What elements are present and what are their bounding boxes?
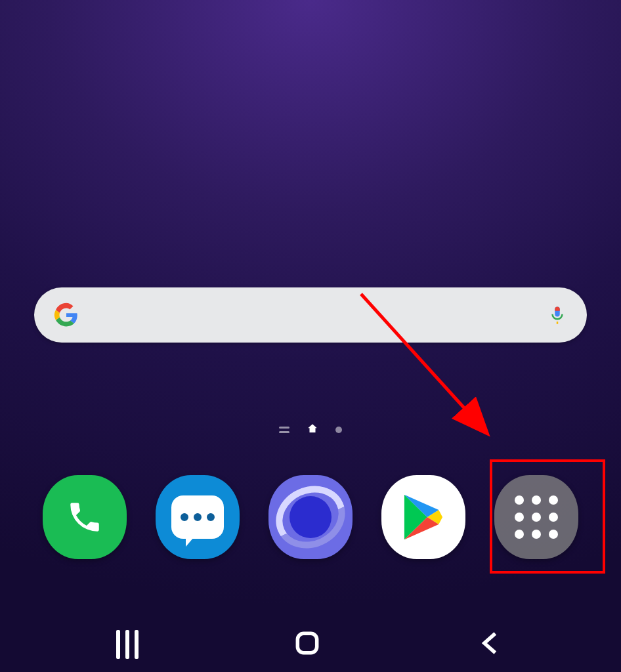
messages-icon: [171, 495, 224, 539]
home-button[interactable]: [293, 629, 322, 660]
svg-rect-1: [297, 633, 316, 652]
page-indicators: [279, 423, 342, 437]
app-grid-icon: [515, 495, 558, 539]
google-logo-icon: [54, 303, 79, 327]
play-store-icon: [399, 491, 448, 543]
search-input[interactable]: [89, 308, 537, 323]
feed-page-indicator-icon: [279, 427, 289, 433]
app-drawer-button[interactable]: [494, 475, 578, 559]
messages-app[interactable]: [156, 475, 240, 559]
system-nav-bar: [0, 629, 621, 660]
browser-app[interactable]: [268, 475, 353, 559]
mic-icon[interactable]: [547, 304, 567, 326]
phone-app[interactable]: [43, 475, 127, 559]
app-dock: [0, 475, 621, 559]
play-store-app[interactable]: [381, 475, 465, 559]
recent-apps-button[interactable]: [116, 630, 139, 659]
back-button[interactable]: [476, 629, 505, 660]
page-dot-indicator-icon: [335, 427, 342, 433]
home-page-indicator-icon: [307, 423, 318, 437]
phone-icon: [66, 498, 104, 536]
planet-icon: [289, 496, 332, 538]
google-search-widget[interactable]: [34, 287, 587, 343]
